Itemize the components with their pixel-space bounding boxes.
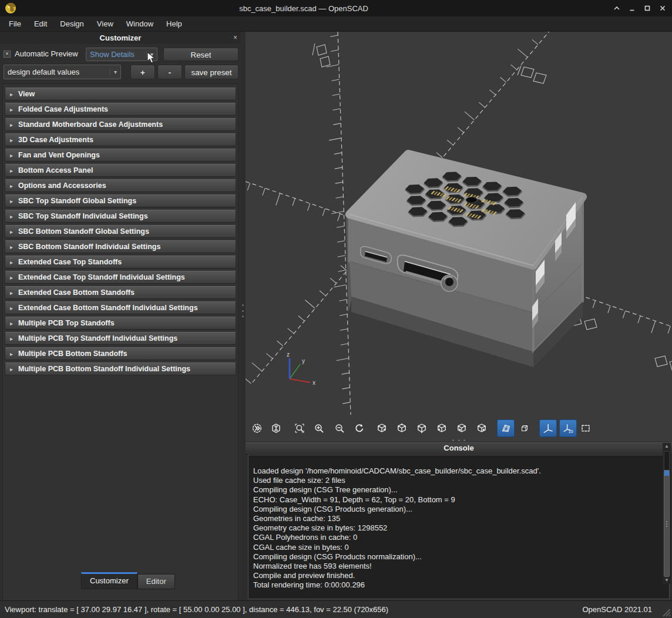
view-top-button[interactable]: [393, 419, 411, 437]
section-label: Extended Case Bottom Standoff Individual…: [18, 304, 198, 312]
chevron-right-icon: ▸: [10, 351, 18, 357]
section-header[interactable]: ▸SBC Top Standoff Global Settings: [5, 194, 236, 207]
reset-button[interactable]: Reset: [163, 48, 238, 61]
viewport-toolbar: 10: [246, 415, 672, 442]
menu-file[interactable]: File: [2, 16, 28, 32]
section-label: Extended Case Top Standoffs: [18, 258, 122, 266]
scroll-up-icon[interactable]: ▲: [663, 443, 671, 450]
section-header[interactable]: ▸Standard Motherboard Case Adjustments: [5, 118, 236, 131]
console-line: Geometry cache size in bytes: 1298552: [253, 523, 655, 533]
console-scrollbar-thumb[interactable]: [664, 470, 670, 577]
menu-view[interactable]: View: [90, 16, 120, 32]
section-header[interactable]: ▸Extended Case Bottom Standoff Individua…: [5, 301, 236, 314]
customizer-panel: Customizer × × Automatic Preview Show De…: [0, 32, 241, 600]
section-header[interactable]: ▸View: [5, 88, 236, 100]
customizer-panel-header[interactable]: Customizer ×: [0, 32, 241, 44]
reset-view-button[interactable]: [351, 419, 368, 437]
console-line: Compiling design (CSG Products normaliza…: [253, 552, 655, 562]
console-log[interactable]: Loaded design '/home/hominoid/CADCAM/sbc…: [248, 455, 670, 599]
status-bar: Viewport: translate = [ 37.00 29.97 16.4…: [0, 600, 672, 618]
resize-grip[interactable]: [663, 609, 671, 617]
section-header[interactable]: ▸Multiple PCB Bottom Standoffs: [5, 347, 236, 360]
section-header[interactable]: ▸SBC Bottom Standoff Global Settings: [5, 225, 236, 238]
chevron-right-icon: ▸: [10, 198, 18, 204]
viewport-status-text: Viewport: translate = [ 37.00 29.97 16.4…: [5, 605, 388, 614]
shade-window-button[interactable]: [611, 2, 623, 15]
preset-select[interactable]: design default values ▾: [4, 65, 121, 79]
section-header[interactable]: ▸Bottom Access Panel: [5, 164, 236, 177]
console-line: Geometries in cache: 135: [253, 514, 655, 523]
section-header[interactable]: ▸Fan and Vent Openings: [5, 149, 236, 162]
customizer-section-list: ▸View▸Folded Case Adjustments▸Standard M…: [2, 83, 238, 603]
preview-button[interactable]: [248, 419, 266, 437]
section-label: Standard Motherboard Case Adjustments: [18, 120, 163, 129]
section-header[interactable]: ▸Extended Case Bottom Standoffs: [5, 286, 236, 299]
view-front-button[interactable]: [453, 419, 471, 437]
dock-splitter-handle[interactable]: [242, 304, 244, 317]
section-label: Multiple PCB Bottom Standoffs: [18, 350, 127, 358]
chevron-right-icon: ▸: [10, 335, 18, 342]
section-header[interactable]: ▸Extended Case Top Standoff Individual S…: [5, 271, 236, 284]
menu-window[interactable]: Window: [120, 16, 160, 32]
save-preset-button[interactable]: save preset: [184, 65, 238, 79]
tab-customizer[interactable]: Customizer: [81, 572, 137, 589]
automatic-preview-checkbox[interactable]: ×: [4, 51, 11, 58]
chevron-right-icon: ▸: [10, 305, 18, 311]
show-scale-markers-button[interactable]: 10: [559, 419, 577, 437]
section-header[interactable]: ▸Multiple PCB Bottom Standoff Individual…: [5, 362, 236, 375]
maximize-window-button[interactable]: [641, 2, 653, 15]
console-line: Compiling design (CSG Products generatio…: [253, 505, 655, 514]
add-preset-button[interactable]: +: [130, 65, 155, 79]
chevron-right-icon: ▸: [10, 152, 18, 159]
console-panel-header[interactable]: Console ×: [246, 442, 672, 455]
section-header[interactable]: ▸Folded Case Adjustments: [5, 103, 236, 116]
orthogonal-button[interactable]: [516, 419, 533, 437]
view-bottom-button[interactable]: [413, 419, 431, 437]
section-label: Extended Case Bottom Standoffs: [18, 288, 135, 297]
section-header[interactable]: ▸Options and Accessories: [5, 179, 236, 192]
section-header[interactable]: ▸Extended Case Top Standoffs: [5, 256, 236, 268]
menu-help[interactable]: Help: [160, 16, 189, 32]
section-label: SBC Top Standoff Global Settings: [18, 197, 136, 205]
chevron-right-icon: ▸: [10, 320, 18, 327]
zoom-all-button[interactable]: [291, 419, 308, 437]
console-scrollbar[interactable]: ▲ ▼: [663, 443, 671, 584]
chevron-right-icon: ▸: [10, 366, 18, 372]
render-button[interactable]: [267, 419, 285, 437]
show-edges-button[interactable]: [577, 419, 594, 437]
section-header[interactable]: ▸SBC Top Standoff Individual Settings: [5, 210, 236, 223]
customizer-panel-title: Customizer: [100, 33, 142, 42]
chevron-right-icon: ▸: [10, 167, 18, 174]
viewport-3d-canvas[interactable]: x y z: [246, 32, 672, 415]
section-header[interactable]: ▸Multiple PCB Top Standoffs: [5, 317, 236, 330]
console-line: Normalized tree has 593 elements!: [253, 562, 655, 571]
y-axis-label: y: [302, 358, 305, 364]
view-right-button[interactable]: [373, 419, 391, 437]
zoom-in-button[interactable]: [310, 419, 328, 437]
menu-edit[interactable]: Edit: [28, 16, 53, 32]
scroll-down-icon[interactable]: ▼: [663, 577, 671, 584]
window-title: sbc_case_builder.scad — OpenSCAD: [0, 4, 607, 13]
svg-text:10: 10: [569, 429, 573, 434]
chevron-right-icon: ▸: [10, 213, 18, 220]
perspective-button[interactable]: [497, 419, 515, 437]
show-axes-button[interactable]: [539, 419, 557, 437]
customizer-close-icon[interactable]: ×: [233, 32, 237, 44]
minimize-window-button[interactable]: [626, 2, 638, 15]
section-header[interactable]: ▸SBC Bottom Standoff Individual Settings: [5, 240, 236, 253]
menu-design[interactable]: Design: [53, 16, 90, 32]
section-header[interactable]: ▸Multiple PCB Top Standoff Individual Se…: [5, 332, 236, 345]
chevron-right-icon: ▸: [10, 274, 18, 281]
chevron-right-icon: ▸: [10, 137, 18, 143]
chevron-right-icon: ▸: [10, 259, 18, 266]
section-label: 3D Case Adjustments: [18, 136, 93, 144]
chevron-right-icon: ▸: [10, 290, 18, 296]
view-left-button[interactable]: [433, 419, 451, 437]
view-back-button[interactable]: [473, 419, 490, 437]
tab-editor[interactable]: Editor: [137, 574, 175, 589]
section-header[interactable]: ▸3D Case Adjustments: [5, 133, 236, 146]
zoom-out-button[interactable]: [331, 419, 348, 437]
close-window-button[interactable]: [657, 2, 668, 15]
section-label: Fan and Vent Openings: [18, 151, 100, 159]
remove-preset-button[interactable]: -: [157, 65, 182, 79]
